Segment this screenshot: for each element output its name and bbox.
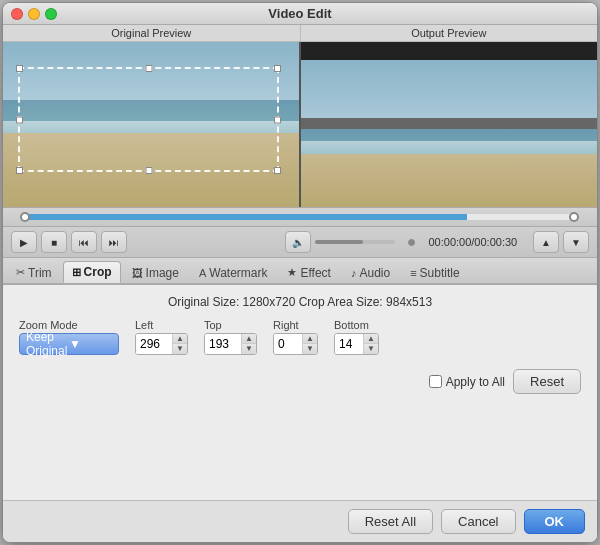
crop-handle-topmiddle[interactable]: [145, 65, 152, 72]
right-stepper-up[interactable]: ▲: [303, 334, 317, 344]
stop-button[interactable]: ■: [41, 231, 67, 253]
top-input-wrapper: ▲ ▼: [204, 333, 257, 355]
tab-image[interactable]: 🖼 Image: [123, 262, 188, 283]
tab-image-label: Image: [146, 266, 179, 280]
minimize-button[interactable]: [28, 8, 40, 20]
crop-handle-topright[interactable]: [274, 65, 281, 72]
playback-controls: ▶ ■ ⏮ ⏭ 🔈 ● 00:00:00/00:00:30 ▲ ▼: [3, 227, 597, 258]
subtitle-icon: ≡: [410, 267, 416, 279]
volume-area: 🔈: [135, 231, 395, 253]
preview-labels: Original Preview Output Preview: [3, 25, 597, 42]
tab-crop-label: Crop: [84, 265, 112, 279]
reset-all-button[interactable]: Reset All: [348, 509, 433, 534]
play-button[interactable]: ▶: [11, 231, 37, 253]
bottom-bar: Reset All Cancel OK: [3, 500, 597, 542]
apply-to-all-checkbox[interactable]: [429, 375, 442, 388]
close-button[interactable]: [11, 8, 23, 20]
top-label: Top: [204, 319, 257, 331]
tab-subtitle-label: Subtitle: [420, 266, 460, 280]
left-stepper-up[interactable]: ▲: [173, 334, 187, 344]
bottom-stepper-up[interactable]: ▲: [364, 334, 378, 344]
next-frame-button[interactable]: ⏭: [101, 231, 127, 253]
maximize-button[interactable]: [45, 8, 57, 20]
dropdown-arrow-icon: ▼: [69, 337, 112, 351]
time-current: 00:00:00: [428, 236, 471, 248]
right-stepper: ▲ ▼: [302, 334, 317, 354]
bottom-input[interactable]: [335, 334, 363, 354]
crop-controls: Zoom Mode Keep Original ▼ Left ▲ ▼: [19, 319, 581, 355]
crop-handle-middleright[interactable]: [274, 116, 281, 123]
right-input-wrapper: ▲ ▼: [273, 333, 318, 355]
left-group: Left ▲ ▼: [135, 319, 188, 355]
mark-out-button[interactable]: ▼: [563, 231, 589, 253]
right-stepper-down[interactable]: ▼: [303, 344, 317, 354]
timeline-area: [3, 207, 597, 227]
titlebar-controls: [11, 8, 57, 20]
tab-audio-label: Audio: [359, 266, 390, 280]
output-preview-label: Output Preview: [301, 25, 598, 41]
left-label: Left: [135, 319, 188, 331]
cancel-button[interactable]: Cancel: [441, 509, 515, 534]
top-stepper-up[interactable]: ▲: [242, 334, 256, 344]
crop-handle-bottomleft[interactable]: [16, 167, 23, 174]
original-preview-pane: [3, 42, 301, 207]
titlebar: Video Edit: [3, 3, 597, 25]
size-info: Original Size: 1280x720 Crop Area Size: …: [19, 295, 581, 309]
tab-subtitle[interactable]: ≡ Subtitle: [401, 262, 468, 283]
apply-to-all-label[interactable]: Apply to All: [429, 375, 505, 389]
top-group: Top ▲ ▼: [204, 319, 257, 355]
controls-panel: Original Size: 1280x720 Crop Area Size: …: [3, 285, 597, 500]
image-icon: 🖼: [132, 267, 143, 279]
crop-selection-rect[interactable]: [18, 67, 279, 172]
crop-handle-topleft[interactable]: [16, 65, 23, 72]
volume-button[interactable]: 🔈: [285, 231, 311, 253]
watermark-icon: A: [199, 267, 206, 279]
bottom-stepper-down[interactable]: ▼: [364, 344, 378, 354]
tab-effect-label: Effect: [300, 266, 330, 280]
volume-slider[interactable]: [315, 240, 395, 244]
window-title: Video Edit: [268, 6, 331, 21]
right-group: Right ▲ ▼: [273, 319, 318, 355]
crop-handle-middleleft[interactable]: [16, 116, 23, 123]
left-input[interactable]: [136, 334, 172, 354]
effect-icon: ★: [287, 266, 297, 279]
timeline-handle-left[interactable]: [20, 212, 30, 222]
left-stepper-down[interactable]: ▼: [173, 344, 187, 354]
tab-watermark[interactable]: A Watermark: [190, 262, 277, 283]
bottom-group: Bottom ▲ ▼: [334, 319, 379, 355]
top-stepper-down[interactable]: ▼: [242, 344, 256, 354]
left-input-wrapper: ▲ ▼: [135, 333, 188, 355]
prev-frame-button[interactable]: ⏮: [71, 231, 97, 253]
crop-icon: ⊞: [72, 266, 81, 279]
right-input[interactable]: [274, 334, 302, 354]
zoom-mode-group: Zoom Mode Keep Original ▼: [19, 319, 119, 355]
preview-area: [3, 42, 597, 207]
zoom-mode-dropdown[interactable]: Keep Original ▼: [19, 333, 119, 355]
tab-effect[interactable]: ★ Effect: [278, 262, 339, 283]
trim-icon: ✂: [16, 266, 25, 279]
ok-button[interactable]: OK: [524, 509, 586, 534]
zoom-mode-value: Keep Original: [26, 330, 69, 358]
out-beach: [301, 154, 597, 207]
timeline-track[interactable]: [21, 214, 579, 220]
tabs-bar: ✂ Trim ⊞ Crop 🖼 Image A Watermark ★ Effe…: [3, 258, 597, 285]
bottom-input-wrapper: ▲ ▼: [334, 333, 379, 355]
tab-audio[interactable]: ♪ Audio: [342, 262, 399, 283]
tab-crop[interactable]: ⊞ Crop: [63, 261, 121, 283]
reset-button[interactable]: Reset: [513, 369, 581, 394]
mark-in-button[interactable]: ▲: [533, 231, 559, 253]
top-input[interactable]: [205, 334, 241, 354]
tab-trim-label: Trim: [28, 266, 52, 280]
original-preview-label: Original Preview: [3, 25, 301, 41]
time-display: 00:00:00/00:00:30: [428, 236, 517, 248]
apply-row: Apply to All Reset: [19, 369, 581, 394]
right-label: Right: [273, 319, 318, 331]
crop-handle-bottommiddle[interactable]: [145, 167, 152, 174]
time-total: 00:00:30: [474, 236, 517, 248]
top-stepper: ▲ ▼: [241, 334, 256, 354]
crop-handle-bottomright[interactable]: [274, 167, 281, 174]
tab-trim[interactable]: ✂ Trim: [7, 262, 61, 283]
timeline-handle-right[interactable]: [569, 212, 579, 222]
out-sky: [301, 60, 597, 118]
bottom-stepper: ▲ ▼: [363, 334, 378, 354]
